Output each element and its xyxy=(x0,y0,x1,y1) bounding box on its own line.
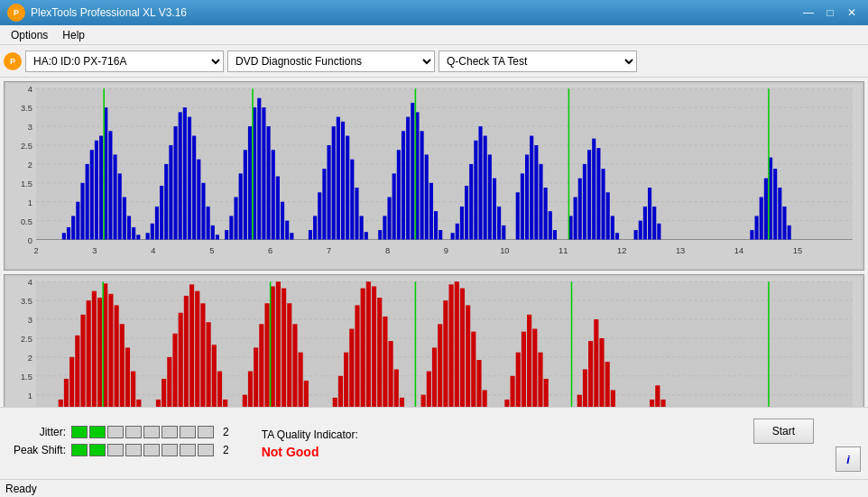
svg-rect-80 xyxy=(285,221,289,240)
svg-rect-40 xyxy=(90,150,94,239)
svg-rect-205 xyxy=(108,294,113,407)
svg-rect-117 xyxy=(488,154,492,239)
svg-rect-154 xyxy=(782,207,786,240)
svg-rect-258 xyxy=(421,395,426,407)
svg-rect-273 xyxy=(510,376,514,407)
menu-help[interactable]: Help xyxy=(55,27,92,43)
svg-rect-133 xyxy=(583,164,586,240)
menu-options[interactable]: Options xyxy=(4,27,55,43)
title-controls: — □ ✕ xyxy=(799,5,861,21)
svg-rect-228 xyxy=(243,395,247,407)
svg-rect-275 xyxy=(522,332,526,407)
title-bar: P PlexTools Professional XL V3.16 — □ ✕ xyxy=(0,0,868,25)
svg-rect-255 xyxy=(400,398,404,407)
peakshift-seg-5 xyxy=(143,444,160,456)
svg-text:2: 2 xyxy=(33,246,38,255)
svg-rect-150 xyxy=(764,179,768,240)
bottom-chart-container: 4 3.5 3 2.5 2 1.5 1 0.5 0 2 3 4 5 6 7 8 … xyxy=(4,274,864,407)
jitter-seg-6 xyxy=(162,426,178,438)
minimize-button[interactable]: — xyxy=(799,5,817,21)
svg-rect-149 xyxy=(760,197,763,239)
svg-rect-210 xyxy=(136,400,141,407)
meters-group: Jitter: 2 Peak Shift: xyxy=(7,426,229,462)
svg-text:3.5: 3.5 xyxy=(21,104,32,113)
svg-rect-78 xyxy=(276,176,280,239)
svg-text:2.5: 2.5 xyxy=(21,142,32,151)
svg-rect-132 xyxy=(578,179,582,240)
svg-rect-207 xyxy=(120,324,125,407)
svg-rect-277 xyxy=(532,328,537,407)
svg-rect-221 xyxy=(200,303,205,407)
svg-rect-72 xyxy=(248,126,252,239)
svg-rect-46 xyxy=(118,173,122,239)
svg-text:1: 1 xyxy=(28,198,32,207)
ta-quality-value: Not Good xyxy=(262,445,358,459)
svg-rect-219 xyxy=(189,284,194,407)
svg-text:4: 4 xyxy=(28,85,32,94)
svg-rect-107 xyxy=(434,211,438,239)
drive-select[interactable]: HA:0 ID:0 PX-716A xyxy=(25,51,224,72)
svg-text:3: 3 xyxy=(92,246,97,255)
svg-rect-49 xyxy=(132,227,135,240)
svg-rect-61 xyxy=(192,136,196,240)
svg-rect-136 xyxy=(596,148,600,239)
svg-rect-94 xyxy=(365,232,368,239)
svg-rect-274 xyxy=(516,353,521,407)
peakshift-seg-4 xyxy=(125,444,142,456)
svg-rect-229 xyxy=(248,371,253,407)
svg-rect-91 xyxy=(350,160,354,240)
svg-rect-230 xyxy=(254,347,258,407)
svg-rect-44 xyxy=(108,131,112,239)
svg-rect-109 xyxy=(451,233,455,239)
svg-rect-147 xyxy=(750,230,753,239)
main-content: 4 3.5 3 2.5 2 1.5 1 0.5 0 2 3 4 5 6 7 8 … xyxy=(0,78,868,407)
svg-rect-36 xyxy=(71,216,75,239)
svg-rect-64 xyxy=(207,207,210,240)
svg-rect-267 xyxy=(471,332,476,407)
svg-rect-293 xyxy=(650,400,654,407)
svg-rect-283 xyxy=(577,395,582,407)
svg-rect-231 xyxy=(259,324,263,407)
maximize-button[interactable]: □ xyxy=(821,5,839,21)
svg-rect-114 xyxy=(474,141,477,240)
svg-rect-251 xyxy=(377,298,382,407)
svg-rect-106 xyxy=(429,183,433,240)
svg-rect-111 xyxy=(460,207,464,240)
close-button[interactable]: ✕ xyxy=(843,5,861,21)
svg-rect-201 xyxy=(87,300,91,407)
test-select[interactable]: Q-Check TA Test xyxy=(439,51,637,72)
ta-quality-indicator: TA Quality Indicator: Not Good xyxy=(262,428,358,459)
svg-rect-93 xyxy=(360,216,364,239)
svg-rect-197 xyxy=(64,379,69,407)
svg-rect-285 xyxy=(588,341,593,407)
svg-rect-208 xyxy=(125,347,130,407)
svg-rect-215 xyxy=(167,357,171,407)
info-button[interactable]: i xyxy=(836,446,861,472)
svg-rect-96 xyxy=(383,216,386,239)
status-text: Ready xyxy=(5,483,37,495)
svg-text:12: 12 xyxy=(617,246,626,255)
svg-rect-250 xyxy=(372,286,376,407)
svg-rect-101 xyxy=(406,117,410,240)
svg-rect-59 xyxy=(183,107,187,239)
svg-text:3.5: 3.5 xyxy=(21,297,32,306)
svg-text:4: 4 xyxy=(28,278,32,287)
jitter-value: 2 xyxy=(223,426,229,438)
svg-rect-288 xyxy=(605,362,610,407)
svg-rect-51 xyxy=(146,233,150,239)
svg-rect-279 xyxy=(544,379,549,407)
svg-rect-57 xyxy=(173,126,177,239)
jitter-label: Jitter: xyxy=(7,426,66,438)
function-select[interactable]: DVD Diagnostic Functions xyxy=(227,51,435,72)
svg-rect-199 xyxy=(75,336,79,407)
svg-rect-217 xyxy=(179,313,183,407)
svg-rect-225 xyxy=(223,400,227,407)
svg-rect-92 xyxy=(355,188,358,240)
svg-text:8: 8 xyxy=(385,246,390,255)
svg-rect-118 xyxy=(493,179,496,240)
start-button[interactable]: Start xyxy=(753,419,814,444)
svg-rect-131 xyxy=(574,197,577,239)
svg-rect-209 xyxy=(131,371,135,407)
svg-rect-35 xyxy=(67,227,70,240)
peakshift-row: Peak Shift: 2 xyxy=(7,444,229,456)
